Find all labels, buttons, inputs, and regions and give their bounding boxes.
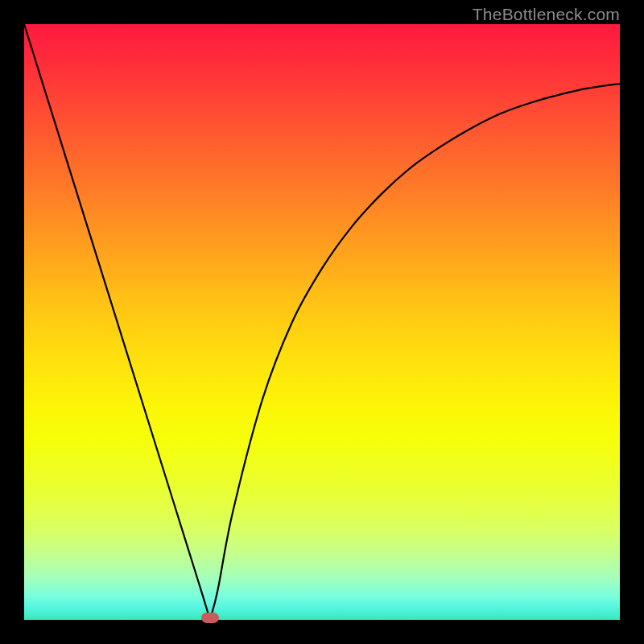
watermark-text: TheBottleneck.com <box>473 5 620 24</box>
bottleneck-curve <box>24 24 620 620</box>
optimal-point-marker <box>201 613 219 623</box>
curve-svg <box>24 24 620 620</box>
